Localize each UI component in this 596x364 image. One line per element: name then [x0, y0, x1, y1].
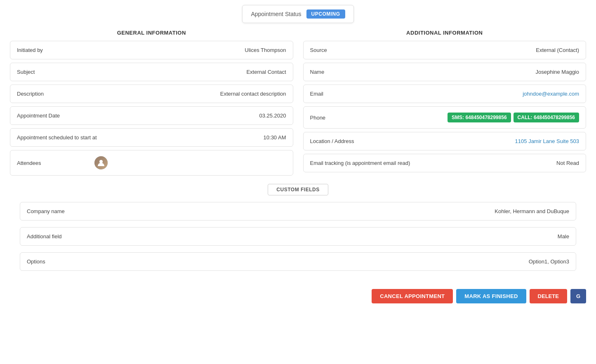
email-tracking-value: Not Read	[556, 160, 579, 166]
subject-label: Subject	[17, 69, 91, 75]
appointment-status-label: Appointment Status	[251, 11, 301, 17]
delete-button[interactable]: DELETE	[530, 289, 567, 303]
appointment-status-box: Appointment Status UPCOMING	[242, 5, 353, 23]
source-label: Source	[310, 47, 384, 53]
source-row: Source External (Contact)	[303, 41, 587, 59]
email-value[interactable]: johndoe@example.com	[523, 91, 579, 97]
phone-row: Phone SMS: 648450478299856 CALL: 6484504…	[303, 106, 587, 129]
options-value: Option1, Option3	[529, 258, 569, 265]
company-name-value: Kohler, Hermann and DuBuque	[495, 208, 569, 214]
mark-finished-button[interactable]: MARK AS FINISHED	[456, 289, 526, 303]
attendees-row: Attendees	[10, 150, 293, 176]
email-label: Email	[310, 91, 384, 97]
bottom-bar: CANCEL APPOINTMENT MARK AS FINISHED DELE…	[0, 282, 596, 310]
email-tracking-row: Email tracking (is appointment email rea…	[303, 154, 587, 172]
source-value: External (Contact)	[536, 47, 579, 53]
subject-value: External Contact	[246, 69, 286, 75]
appointment-start-label: Appointment scheduled to start at	[17, 134, 97, 141]
appointment-date-row: Appointment Date 03.25.2020	[10, 106, 293, 125]
additional-field-row: Additional field Male	[20, 227, 576, 246]
svg-point-0	[99, 160, 103, 163]
appointment-date-value: 03.25.2020	[259, 113, 286, 119]
header-bar: Appointment Status UPCOMING	[0, 0, 596, 30]
name-label: Name	[310, 69, 384, 75]
call-button[interactable]: CALL: 648450478299856	[514, 113, 579, 122]
upcoming-badge: UPCOMING	[306, 9, 345, 19]
custom-fields-section: CUSTOM FIELDS Company name Kohler, Herma…	[0, 179, 596, 279]
description-row: Description External contact description	[10, 85, 293, 103]
sms-button[interactable]: SMS: 648450478299856	[448, 113, 511, 122]
appointment-start-value: 10:30 AM	[264, 134, 286, 141]
phone-label: Phone	[310, 115, 384, 121]
email-tracking-label: Email tracking (is appointment email rea…	[310, 160, 410, 166]
description-value: External contact description	[220, 91, 286, 97]
additional-field-value: Male	[558, 233, 569, 240]
location-value[interactable]: 1105 Jamir Lane Suite 503	[515, 138, 579, 144]
initiated-by-row: Initiated by Ulices Thompson	[10, 41, 293, 59]
attendees-label: Attendees	[17, 160, 91, 166]
description-label: Description	[17, 91, 91, 97]
name-row: Name Josephine Maggio	[303, 63, 587, 81]
additional-field-label: Additional field	[27, 233, 62, 240]
initiated-by-value: Ulices Thompson	[245, 47, 286, 53]
phone-buttons: SMS: 648450478299856 CALL: 6484504782998…	[448, 113, 579, 122]
initiated-by-label: Initiated by	[17, 47, 91, 53]
appointment-date-label: Appointment Date	[17, 113, 91, 119]
company-name-row: Company name Kohler, Hermann and DuBuque	[20, 202, 576, 221]
name-value: Josephine Maggio	[535, 69, 579, 75]
general-info-title: GENERAL INFORMATION	[10, 30, 293, 36]
appointment-start-row: Appointment scheduled to start at 10:30 …	[10, 128, 293, 147]
attendee-avatar	[94, 156, 108, 169]
company-name-label: Company name	[27, 208, 65, 214]
attendee-avatar-image	[94, 156, 108, 169]
email-row: Email johndoe@example.com	[303, 85, 587, 103]
location-label: Location / Address	[310, 138, 384, 144]
location-row: Location / Address 1105 Jamir Lane Suite…	[303, 132, 587, 150]
custom-fields-header: CUSTOM FIELDS	[10, 184, 586, 195]
options-row: Options Option1, Option3	[20, 252, 576, 271]
subject-row: Subject External Contact	[10, 63, 293, 81]
main-content: GENERAL INFORMATION Initiated by Ulices …	[0, 30, 596, 179]
cancel-appointment-button[interactable]: CANCEL APPOINTMENT	[372, 289, 453, 303]
options-label: Options	[27, 258, 45, 265]
additional-info-section: ADDITIONAL INFORMATION Source External (…	[303, 30, 587, 179]
general-info-section: GENERAL INFORMATION Initiated by Ulices …	[10, 30, 293, 179]
additional-info-title: ADDITIONAL INFORMATION	[303, 30, 587, 36]
g-button[interactable]: G	[570, 289, 586, 303]
custom-fields-button[interactable]: CUSTOM FIELDS	[268, 184, 328, 195]
